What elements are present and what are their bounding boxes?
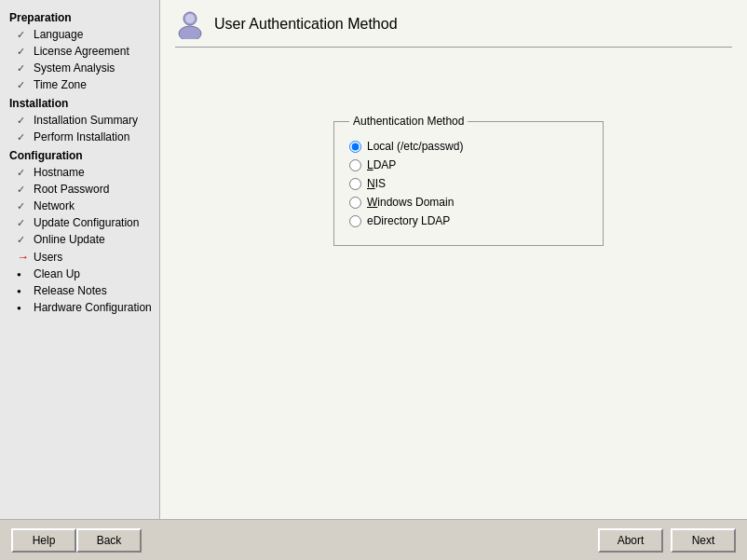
sidebar-status-icon-release-notes: ● [17,287,30,295]
content-header: User Authentication Method [175,9,732,48]
radio-input-ldap[interactable] [349,159,361,171]
sidebar-section-preparation: Preparation [0,7,159,26]
sidebar-label-installation-summary: Installation Summary [34,114,138,127]
sidebar-section-configuration: Configuration [0,145,159,164]
radio-input-nis[interactable] [349,178,361,190]
sidebar-item-online-update[interactable]: ✓Online Update [0,231,159,248]
sidebar-label-release-notes: Release Notes [34,284,107,297]
sidebar-item-network[interactable]: ✓Network [0,198,159,214]
sidebar-status-icon-users: → [17,250,30,264]
radio-label-nis[interactable]: NIS [367,177,386,190]
sidebar-label-network: Network [34,199,75,212]
sidebar-item-root-password[interactable]: ✓Root Password [0,181,159,198]
sidebar-item-hostname[interactable]: ✓Hostname [0,164,159,181]
radio-input-local[interactable] [349,141,361,153]
sidebar-item-update-configuration[interactable]: ✓Update Configuration [0,214,159,231]
sidebar: Preparation✓Language✓License Agreement✓S… [0,0,160,519]
sidebar-status-icon-system-analysis: ✓ [17,62,30,75]
back-button[interactable]: Back [76,528,142,553]
authentication-method-group: Authentication Method Local (/etc/passwd… [333,115,604,246]
sidebar-label-perform-installation: Perform Installation [34,130,129,143]
content-area: User Authentication Method Authenticatio… [160,0,747,519]
sidebar-item-perform-installation[interactable]: ✓Perform Installation [0,129,159,145]
sidebar-item-release-notes[interactable]: ●Release Notes [0,282,159,299]
sidebar-item-clean-up[interactable]: ●Clean Up [0,266,159,282]
page-title: User Authentication Method [214,16,398,33]
sidebar-label-system-analysis: System Analysis [34,61,115,75]
bottom-bar: Help Back Abort Next [0,519,747,560]
sidebar-status-icon-online-update: ✓ [17,234,30,246]
radio-input-edirectory-ldap[interactable] [349,215,361,227]
sidebar-label-online-update: Online Update [34,233,105,246]
radio-option-local[interactable]: Local (/etc/passwd) [349,137,588,156]
sidebar-status-icon-update-configuration: ✓ [17,217,30,229]
sidebar-status-icon-language: ✓ [17,29,30,41]
sidebar-status-icon-installation-summary: ✓ [17,115,30,127]
radio-option-ldap[interactable]: LDAP [349,156,588,174]
sidebar-status-icon-perform-installation: ✓ [17,131,30,143]
sidebar-status-icon-hostname: ✓ [17,167,30,179]
sidebar-label-clean-up: Clean Up [34,267,80,280]
sidebar-status-icon-hardware-configuration: ● [17,304,30,312]
radio-label-local[interactable]: Local (/etc/passwd) [367,140,463,153]
sidebar-item-time-zone[interactable]: ✓Time Zone [0,76,159,93]
sidebar-status-icon-license-agreement: ✓ [17,46,30,58]
sidebar-label-hostname: Hostname [34,166,85,179]
radio-option-edirectory-ldap[interactable]: eDirectory LDAP [349,212,588,230]
radio-label-windows-domain[interactable]: Windows Domain [367,196,454,209]
sidebar-item-language[interactable]: ✓Language [0,26,159,43]
sidebar-status-icon-network: ✓ [17,200,30,212]
sidebar-status-icon-time-zone: ✓ [17,79,30,91]
sidebar-item-installation-summary[interactable]: ✓Installation Summary [0,112,159,129]
sidebar-label-time-zone: Time Zone [34,78,87,91]
abort-button[interactable]: Abort [598,528,663,553]
sidebar-label-update-configuration: Update Configuration [34,216,139,229]
radio-input-windows-domain[interactable] [349,197,361,209]
user-icon [175,9,205,39]
sidebar-label-license-agreement: License Agreement [34,45,129,58]
sidebar-label-root-password: Root Password [34,183,109,196]
sidebar-item-users[interactable]: →Users [0,248,159,266]
sidebar-section-installation: Installation [0,93,159,112]
sidebar-item-license-agreement[interactable]: ✓License Agreement [0,43,159,60]
auth-group-legend: Authentication Method [349,115,468,128]
sidebar-item-system-analysis[interactable]: ✓System Analysis [0,60,159,76]
svg-point-2 [185,14,195,23]
sidebar-status-icon-clean-up: ● [17,270,30,279]
radio-label-ldap[interactable]: LDAP [367,158,396,171]
sidebar-label-users: Users [34,251,62,264]
radio-option-nis[interactable]: NIS [349,174,588,193]
sidebar-item-hardware-configuration[interactable]: ●Hardware Configuration [0,299,159,316]
sidebar-label-hardware-configuration: Hardware Configuration [34,301,152,314]
svg-point-1 [179,26,201,39]
radio-label-edirectory-ldap[interactable]: eDirectory LDAP [367,214,450,227]
radio-option-windows-domain[interactable]: Windows Domain [349,193,588,212]
sidebar-status-icon-root-password: ✓ [17,184,30,196]
sidebar-label-language: Language [34,28,83,41]
next-button[interactable]: Next [671,528,736,553]
help-button[interactable]: Help [11,528,76,553]
